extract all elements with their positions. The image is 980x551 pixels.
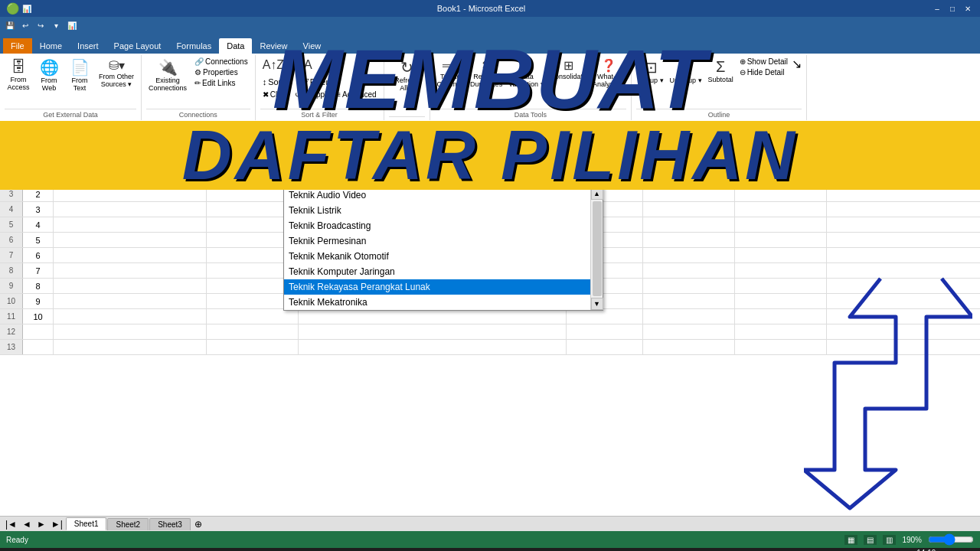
cell-b11[interactable]	[54, 309, 207, 324]
cell-a8[interactable]: 7	[23, 263, 54, 278]
cell-b9[interactable]	[54, 279, 207, 293]
tab-page-layout[interactable]: Page Layout	[106, 38, 169, 54]
from-text-button[interactable]: 📄 FromText	[66, 57, 93, 94]
tab-insert[interactable]: Insert	[70, 38, 106, 54]
tab-home[interactable]: Home	[32, 38, 70, 54]
cell-b6[interactable]	[54, 233, 207, 247]
qa-customize[interactable]: ▾	[49, 18, 63, 32]
col-header-d[interactable]: D	[299, 141, 567, 155]
list-item[interactable]: Teknik Broadcasting	[284, 218, 590, 233]
list-item[interactable]: Teknik Mekanik Otomotif	[284, 249, 590, 264]
cell-a6[interactable]: 5	[23, 233, 54, 247]
cell-a10[interactable]: 9	[23, 294, 54, 308]
list-item[interactable]: Teknik Komputer Jaringan	[284, 264, 590, 279]
cell-d2[interactable]: Teknik Komputer Jaringan	[299, 171, 567, 186]
cell-b8[interactable]	[54, 263, 207, 278]
sort-za-button[interactable]: Z↓A	[288, 57, 314, 73]
col-header-g[interactable]: G	[735, 141, 827, 155]
col-header-a[interactable]: A	[23, 141, 54, 155]
cell-f12[interactable]	[643, 324, 735, 339]
list-item[interactable]: Teknik Permesinan	[284, 233, 590, 249]
cell-g11[interactable]	[735, 309, 827, 324]
sheet-tab-2[interactable]: Sheet2	[107, 518, 149, 530]
cell-a3[interactable]: 2	[23, 187, 54, 201]
list-item[interactable]: Teknik Listrik	[284, 203, 590, 218]
formula-input[interactable]: Teknik Komputer Jaringan	[87, 125, 977, 139]
ungroup-button[interactable]: ⊟ Ungroup ▾	[668, 57, 704, 86]
qa-save[interactable]: 💾	[3, 18, 17, 32]
remove-duplicates-button[interactable]: ✖ RemoveDuplicates	[468, 57, 505, 90]
clear-button[interactable]: ✖ Clear	[260, 90, 291, 99]
tab-formulas[interactable]: Formulas	[168, 38, 219, 54]
cell-a1[interactable]: No	[23, 156, 54, 171]
cell-f1[interactable]	[643, 156, 735, 171]
page-layout-view-button[interactable]: ▤	[864, 535, 877, 545]
cell-e2[interactable]: 90	[567, 171, 643, 186]
list-item-selected[interactable]: Teknik Rekayasa Perangkat Lunak	[284, 279, 590, 295]
cell-c11[interactable]	[207, 309, 299, 324]
sort-az-button[interactable]: A↑Z	[260, 57, 286, 73]
existing-connections-button[interactable]: 🔌 ExistingConnections	[146, 57, 189, 94]
dropdown-list[interactable]: Teknik Audio Video Teknik Listrik Teknik…	[283, 187, 603, 311]
cell-f11[interactable]	[643, 309, 735, 324]
zoom-slider[interactable]	[928, 533, 974, 546]
sheet-tab-1[interactable]: Sheet1	[66, 517, 107, 530]
cell-f5[interactable]	[643, 217, 735, 232]
outline-expand-icon[interactable]: ↘	[792, 57, 802, 71]
cell-e11[interactable]	[567, 309, 643, 324]
show-detail-button[interactable]: ⊕ Show Detail	[737, 57, 790, 67]
cell-g4[interactable]	[735, 202, 827, 217]
refresh-all-button[interactable]: ↻ RefreshAll ▾	[392, 57, 421, 94]
cell-f2[interactable]	[643, 171, 735, 186]
cell-c12[interactable]	[207, 324, 299, 339]
maximize-button[interactable]: □	[946, 3, 959, 14]
cell-g12[interactable]	[735, 324, 827, 339]
cell-a13[interactable]	[23, 340, 54, 354]
close-button[interactable]: ✕	[962, 3, 974, 14]
cell-c1[interactable]: Jenis Kelamin	[207, 156, 299, 171]
cell-b4[interactable]	[54, 202, 207, 217]
cell-a4[interactable]: 3	[23, 202, 54, 217]
scroll-thumb[interactable]	[593, 201, 602, 296]
advanced-button[interactable]: ≡ Advanced	[334, 90, 378, 99]
cell-g5[interactable]	[735, 217, 827, 232]
sheet-nav-next[interactable]: ►	[34, 519, 48, 530]
cell-a12[interactable]	[23, 324, 54, 339]
data-validation-button[interactable]: ✔ DataValidation ▾	[506, 57, 546, 90]
cell-c2[interactable]: Laki-laki	[207, 171, 299, 186]
normal-view-button[interactable]: ▦	[844, 535, 858, 545]
tab-review[interactable]: Review	[252, 38, 295, 54]
cell-g13[interactable]	[735, 340, 827, 354]
cell-b2[interactable]: ABDUL BASITH AZZAM	[54, 171, 207, 186]
cell-a7[interactable]: 6	[23, 248, 54, 262]
from-other-button[interactable]: ⛁▾ From OtherSources ▾	[96, 57, 136, 90]
from-access-button[interactable]: 🗄 FromAccess	[5, 57, 32, 93]
cell-b13[interactable]	[54, 340, 207, 354]
cell-a11[interactable]: 10	[23, 309, 54, 324]
connections-button[interactable]: 🔗 Connections	[192, 57, 250, 67]
name-box[interactable]	[3, 125, 64, 139]
cell-g7[interactable]	[735, 248, 827, 262]
list-item[interactable]: Teknik Audio Video	[284, 187, 590, 203]
scroll-down-arrow[interactable]: ▼	[591, 298, 603, 310]
col-header-c[interactable]: C	[207, 141, 299, 155]
sort-button[interactable]: ↕ Sort	[260, 75, 299, 88]
text-to-columns-button[interactable]: ⟹ Text toColumns	[435, 57, 467, 90]
cell-g3[interactable]	[735, 187, 827, 201]
cell-d12[interactable]	[299, 324, 567, 339]
cell-g1[interactable]	[735, 156, 827, 171]
cell-f9[interactable]	[643, 279, 735, 293]
cell-g2[interactable]	[735, 171, 827, 186]
minimize-button[interactable]: –	[931, 3, 943, 14]
cell-e1[interactable]: Nilai Tes	[567, 156, 643, 171]
cell-a9[interactable]: 8	[23, 279, 54, 293]
tab-view[interactable]: View	[296, 38, 329, 54]
cell-f13[interactable]	[643, 340, 735, 354]
tab-file[interactable]: File	[3, 38, 32, 54]
cell-f10[interactable]	[643, 294, 735, 308]
cell-d1[interactable]: Jurusan	[299, 156, 567, 171]
col-header-e[interactable]: E	[567, 141, 643, 155]
scroll-up-arrow[interactable]: ▲	[591, 187, 603, 200]
cell-e12[interactable]	[567, 324, 643, 339]
cell-g10[interactable]	[735, 294, 827, 308]
